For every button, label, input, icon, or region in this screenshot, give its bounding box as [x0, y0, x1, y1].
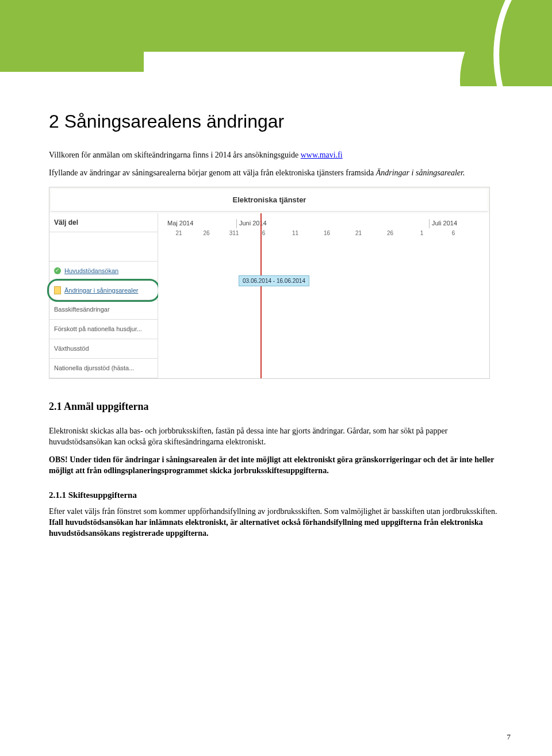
sidebar-label: Växthusstöd — [54, 344, 89, 353]
sidebar-item-vaxthusstod[interactable]: Växthusstöd — [49, 339, 158, 359]
month-juni: Juni 2014 — [236, 219, 429, 228]
sidebar-item-huvudstodansokan[interactable]: Huvudstödansökan — [49, 262, 158, 281]
day: 6 — [438, 229, 469, 237]
day: 21 — [165, 229, 193, 237]
day: 11 — [279, 229, 311, 237]
screenshot-timeline-pane: 03.06.2014 - 16.06.2014 Maj 2014 Juni 20… — [158, 213, 489, 378]
p5-plain: Efter valet väljs från fönstret som komm… — [49, 507, 497, 516]
day: 311 — [220, 229, 248, 237]
sidebar-heading: Välj del — [49, 213, 158, 232]
screenshot-sidebar: Välj del Huvudstödansökan Ändringar i så… — [49, 213, 158, 378]
day: 16 — [311, 229, 343, 237]
sidebar-item-basskiftes[interactable]: Basskiftesändringar — [49, 300, 158, 320]
paragraph-skickas: Elektroniskt skickas alla bas- och jorbb… — [49, 426, 503, 448]
header-green-tab — [0, 52, 144, 72]
heading-2-1-1: 2.1.1 Skiftesuppgifterna — [49, 489, 503, 501]
heading-1: 2 Såningsarealens ändringar — [49, 109, 503, 134]
check-icon — [54, 267, 61, 274]
timeline-months: Maj 2014 Juni 2014 Juli 2014 — [165, 219, 482, 228]
timeline-days: 21 26 311 6 11 16 21 26 1 6 — [165, 229, 482, 237]
day: 26 — [193, 229, 220, 237]
sidebar-item-forskott[interactable]: Förskott på nationella husdjur... — [49, 320, 158, 339]
sidebar-label: Förskott på nationella husdjur... — [54, 325, 142, 333]
leaf-logo — [425, 0, 552, 86]
page-number: 7 — [507, 732, 511, 742]
p2-italic: Ändringar i såningsarealer. — [376, 168, 465, 177]
embedded-screenshot: Elektroniska tjänster Välj del Huvudstöd… — [49, 187, 490, 379]
timeline-current-line — [260, 213, 262, 378]
date-range-chip: 03.06.2014 - 16.06.2014 — [239, 275, 309, 287]
sidebar-label: Ändringar i såningsarealer — [64, 286, 138, 295]
sidebar-label: Basskiftesändringar — [54, 305, 110, 314]
sidebar-spacer-row — [49, 232, 158, 262]
page-header — [0, 0, 552, 86]
p5-bold: Ifall huvudstödsansökan har inlämnats el… — [49, 518, 483, 538]
p1-text: Villkoren för anmälan om skifteändringar… — [49, 151, 301, 159]
intro-paragraph-1: Villkoren för anmälan om skifteändringar… — [49, 150, 503, 161]
sidebar-item-andringar[interactable]: Ändringar i såningsarealer — [49, 281, 158, 301]
day: 6 — [248, 229, 279, 237]
doc-icon — [54, 286, 61, 294]
paragraph-obs: OBS! Under tiden för ändringar i sånings… — [49, 455, 503, 477]
document-body: 2 Såningsarealens ändringar Villkoren fö… — [0, 86, 552, 569]
month-maj: Maj 2014 — [165, 219, 236, 228]
screenshot-title: Elektroniska tjänster — [51, 189, 488, 212]
month-juli: Juli 2014 — [429, 219, 482, 228]
day: 1 — [406, 229, 438, 237]
mavi-link[interactable]: www.mavi.fi — [301, 151, 343, 159]
paragraph-skiftesuppgifterna: Efter valet väljs från fönstret som komm… — [49, 506, 503, 539]
sidebar-item-nationella[interactable]: Nationella djursstöd (hästa... — [49, 359, 158, 378]
day: 21 — [343, 229, 374, 237]
heading-2-1: 2.1 Anmäl uppgifterna — [49, 400, 503, 413]
sidebar-label: Huvudstödansökan — [64, 267, 118, 275]
day: 26 — [374, 229, 406, 237]
p2-text: Ifyllande av ändringar av såningsarealer… — [49, 168, 376, 177]
sidebar-label: Nationella djursstöd (hästa... — [54, 364, 134, 373]
timeline: Maj 2014 Juni 2014 Juli 2014 21 26 311 6… — [158, 213, 489, 237]
intro-paragraph-2: Ifyllande av ändringar av såningsarealer… — [49, 168, 503, 179]
